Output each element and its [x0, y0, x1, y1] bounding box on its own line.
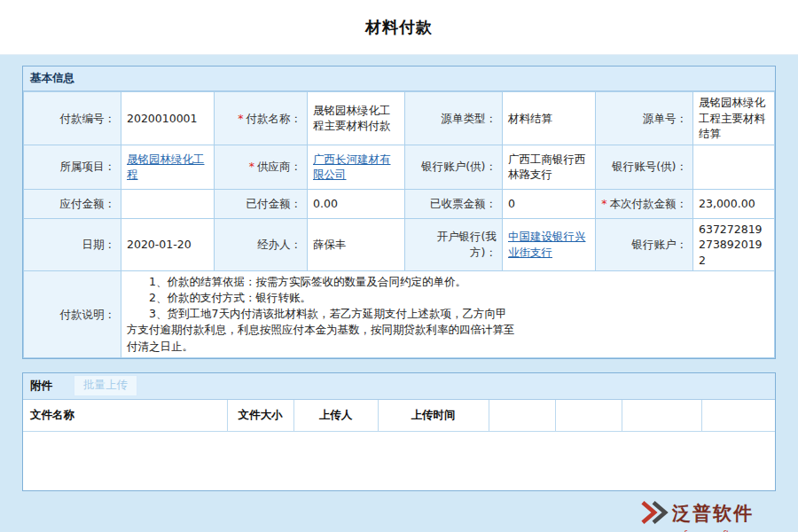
basic-info-row-3: 应付金额： 已付金额： 0.00 已收票金额： 0 *本次付款金额： 23,00…	[24, 189, 775, 218]
source-no-label: 源单号：	[596, 92, 693, 145]
payable-amount-value	[121, 189, 215, 218]
content-area: 基本信息 付款编号： 2020010001 *付款名称： 晟铭园林绿化工程主要材…	[0, 55, 798, 532]
fanpu-logo: 泛普软件 www.fanpusoft.com	[640, 500, 754, 532]
required-marker: *	[249, 160, 254, 173]
page-header: 材料付款	[0, 0, 798, 55]
date-label: 日期：	[24, 218, 121, 271]
payment-name-label: *付款名称：	[215, 92, 308, 145]
attachments-header-row: 文件名称 文件大小 上传人 上传时间	[23, 400, 775, 432]
payment-no-label: 付款编号：	[24, 92, 121, 145]
payment-note-line-3: 3、货到工地7天内付清该批材料款，若乙方延期支付上述款项，乙方向甲方支付逾期付款…	[127, 306, 515, 354]
our-bank-value: 中国建设银行兴业街支行	[503, 218, 596, 271]
invoiced-amount-value: 0	[503, 189, 596, 218]
col-empty-4	[701, 400, 775, 432]
current-payment-value: 23,000.00	[693, 189, 775, 218]
col-uploader: 上传人	[293, 400, 378, 432]
invoiced-amount-label: 已收票金额：	[405, 189, 503, 218]
project-value: 晟铭园林绿化工程	[121, 145, 215, 189]
basic-info-section-title: 基本信息	[23, 66, 775, 91]
project-label: 所属项目：	[24, 145, 121, 189]
payment-note-label: 付款说明：	[24, 271, 121, 358]
required-marker: *	[238, 112, 243, 125]
batch-upload-button[interactable]: 批量上传	[74, 375, 137, 396]
payment-note-line-2: 2、价款的支付方式：银行转账。	[127, 290, 515, 306]
attachments-panel: 附件 批量上传 文件名称 文件大小 上传人 上传时间	[22, 372, 776, 491]
col-upload-time: 上传时间	[378, 400, 489, 432]
our-account-value: 6372728192738920192	[693, 218, 775, 271]
basic-info-row-2: 所属项目： 晟铭园林绿化工程 *供应商： 广西长河建材有限公司 银行账户(供)：…	[24, 145, 775, 189]
supplier-bank-account-value: 广西工商银行西林路支行	[503, 145, 596, 189]
col-empty-3	[622, 400, 701, 432]
col-file-size: 文件大小	[227, 400, 293, 432]
our-bank-label: 开户银行(我方)：	[405, 218, 503, 271]
required-marker: *	[601, 197, 606, 210]
paid-amount-label: 已付金额：	[215, 189, 308, 218]
col-file-name: 文件名称	[23, 400, 227, 432]
handler-value: 薛保丰	[308, 218, 405, 271]
attachments-empty-list	[23, 432, 775, 490]
basic-info-row-4: 日期： 2020-01-20 经办人： 薛保丰 开户银行(我方)： 中国建设银行…	[24, 218, 775, 271]
basic-info-table: 付款编号： 2020010001 *付款名称： 晟铭园林绿化工程主要材料付款 源…	[23, 91, 775, 358]
payment-note-value: 1、价款的结算依据：按需方实际签收的数量及合同约定的单价。 2、价款的支付方式：…	[121, 271, 775, 358]
handler-label: 经办人：	[215, 218, 308, 271]
col-empty-2	[555, 400, 622, 432]
brand-url: www.fanpusoft.com	[640, 528, 754, 532]
fanpu-logo-icon	[640, 500, 669, 528]
supplier-value: 广西长河建材有限公司	[308, 145, 405, 189]
page-title: 材料付款	[365, 17, 433, 38]
supplier-link[interactable]: 广西长河建材有限公司	[313, 153, 391, 182]
attachments-section-title: 附件	[30, 379, 52, 394]
basic-info-panel: 基本信息 付款编号： 2020010001 *付款名称： 晟铭园林绿化工程主要材…	[22, 66, 776, 359]
source-no-value: 晟铭园林绿化工程主要材料结算	[693, 92, 775, 145]
basic-info-row-1: 付款编号： 2020010001 *付款名称： 晟铭园林绿化工程主要材料付款 源…	[24, 92, 775, 145]
our-account-label: 银行账户：	[596, 218, 693, 271]
footer: 泛普软件 www.fanpusoft.com	[22, 491, 776, 532]
current-payment-label: *本次付款金额：	[596, 189, 693, 218]
attachments-header: 附件 批量上传	[23, 373, 775, 400]
brand-name: 泛普软件	[672, 501, 754, 526]
date-value: 2020-01-20	[121, 218, 215, 271]
payment-note-text: 1、价款的结算依据：按需方实际签收的数量及合同约定的单价。 2、价款的支付方式：…	[127, 274, 515, 355]
supplier-bank-account-label: 银行账户(供)：	[405, 145, 503, 189]
source-type-label: 源单类型：	[405, 92, 503, 145]
basic-info-row-5: 付款说明： 1、价款的结算依据：按需方实际签收的数量及合同约定的单价。 2、价款…	[24, 271, 775, 358]
payable-amount-label: 应付金额：	[24, 189, 121, 218]
supplier-label: *供应商：	[215, 145, 308, 189]
supplier-bank-no-label: 银行账号(供)：	[596, 145, 693, 189]
our-bank-link[interactable]: 中国建设银行兴业街支行	[508, 230, 586, 259]
attachments-table: 文件名称 文件大小 上传人 上传时间	[23, 400, 775, 432]
supplier-bank-no-value	[693, 145, 775, 189]
paid-amount-value: 0.00	[308, 189, 405, 218]
project-link[interactable]: 晟铭园林绿化工程	[127, 153, 205, 182]
payment-note-line-1: 1、价款的结算依据：按需方实际签收的数量及合同约定的单价。	[127, 274, 515, 290]
payment-name-value: 晟铭园林绿化工程主要材料付款	[308, 92, 405, 145]
col-empty-1	[489, 400, 555, 432]
payment-no-value: 2020010001	[121, 92, 215, 145]
source-type-value: 材料结算	[503, 92, 596, 145]
